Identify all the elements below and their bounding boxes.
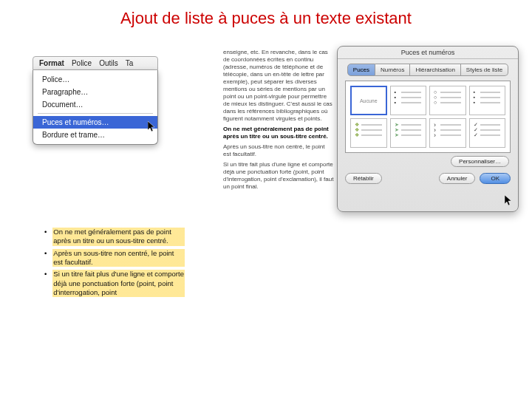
bullets-dialog: Puces et numéros Puces Numéros Hiérarchi… (337, 46, 519, 212)
doc-paragraph-2c: Si un titre fait plus d'une ligne et com… (223, 161, 334, 191)
menu-format[interactable]: Format (39, 59, 64, 67)
bullet-none-label: Aucune (360, 98, 378, 103)
menu-item-police[interactable]: Police… (33, 73, 157, 86)
document-text-fragment: enseigne, etc. En revanche, dans le cas … (223, 49, 334, 194)
reset-button[interactable]: Rétablir (345, 173, 382, 184)
list-item: •Si un titre fait plus d'une ligne et co… (44, 270, 185, 297)
tab-styles-liste[interactable]: Styles de liste (461, 64, 508, 76)
menu-item-bordure-trame[interactable]: Bordure et trame… (33, 129, 157, 141)
bullet-circle[interactable] (429, 86, 466, 115)
menu-tableau[interactable]: Ta (126, 59, 134, 67)
menubar: Format Police Outils Ta (33, 56, 158, 70)
menu-police[interactable]: Police (72, 59, 92, 67)
menu-item-document[interactable]: Document… (33, 98, 157, 111)
list-item-text: Si un titre fait plus d'une ligne et com… (52, 270, 185, 297)
list-item-text: Après un sous-titre non centré, le point… (52, 249, 185, 267)
bullet-square[interactable] (469, 86, 506, 115)
cursor-icon (148, 121, 157, 133)
bullet-disc[interactable] (390, 86, 427, 115)
bullet-chevron[interactable] (429, 118, 466, 148)
tab-numeros[interactable]: Numéros (375, 64, 410, 76)
menu-item-paragraphe[interactable]: Paragraphe… (33, 86, 157, 98)
page-title: Ajout de liste à puces à un texte exista… (0, 0, 532, 28)
result-bulleted-text: •On ne met généralement pas de point apr… (44, 228, 185, 300)
list-item: •On ne met généralement pas de point apr… (44, 228, 185, 246)
bullet-icon: • (44, 228, 47, 246)
bullet-diamond[interactable] (350, 118, 387, 148)
bullet-icon: • (44, 249, 47, 267)
cursor-icon (505, 195, 514, 207)
bullet-none[interactable]: Aucune (350, 86, 387, 115)
doc-paragraph-2b: Après un sous-titre non centré, le point… (223, 143, 334, 158)
tab-puces[interactable]: Puces (347, 64, 375, 76)
menu-outils[interactable]: Outils (99, 59, 118, 67)
bullet-icon: • (44, 270, 47, 297)
list-item-text: On ne met généralement pas de point aprè… (52, 228, 185, 246)
bullet-arrow[interactable] (390, 118, 427, 148)
list-item: •Après un sous-titre non centré, le poin… (44, 249, 185, 267)
ok-button[interactable]: OK (480, 173, 511, 184)
tab-hierarchisation[interactable]: Hiérarchisation (410, 64, 460, 76)
format-dropdown: Police… Paragraphe… Document… Puces et n… (33, 70, 158, 145)
dialog-title: Puces et numéros (338, 47, 518, 59)
doc-paragraph-1: enseigne, etc. En revanche, dans le cas … (223, 49, 334, 123)
bullet-style-grid: Aucune (345, 81, 511, 153)
menu-separator (38, 113, 153, 114)
customize-button[interactable]: Personnaliser… (451, 156, 509, 167)
doc-paragraph-2a: On ne met généralement pas de point aprè… (223, 126, 334, 140)
format-menu-dropdown: Format Police Outils Ta Police… Paragrap… (33, 56, 158, 145)
cancel-button[interactable]: Annuler (439, 173, 476, 184)
menu-item-puces-numeros[interactable]: Puces et numéros… (33, 116, 157, 129)
bullet-check[interactable] (469, 118, 506, 148)
dialog-tabs: Puces Numéros Hiérarchisation Styles de … (338, 64, 518, 76)
